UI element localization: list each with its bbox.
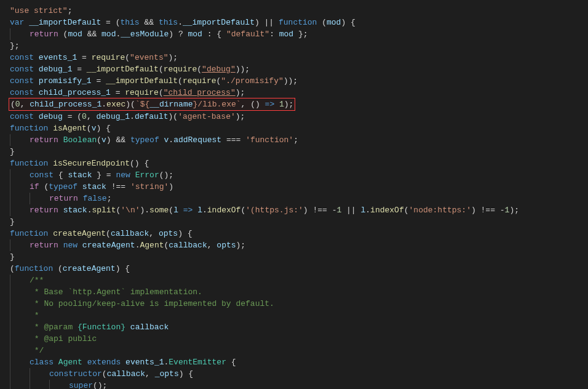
code-line[interactable]: const debug_1 = __importDefault(require(… bbox=[10, 63, 588, 75]
comment: * Base `http.Agent` implementation. bbox=[30, 287, 202, 297]
identifier: __importDefault bbox=[29, 18, 101, 27]
class-agent: Agent bbox=[58, 358, 82, 367]
code-line[interactable]: } bbox=[10, 251, 588, 263]
code-line[interactable]: const debug = (0, debug_1.default)('agen… bbox=[10, 111, 588, 122]
code-line[interactable]: return false; bbox=[10, 193, 588, 204]
keyword-const: const bbox=[10, 53, 34, 62]
code-line[interactable]: super(); bbox=[10, 380, 588, 389]
keyword-if: if bbox=[30, 182, 39, 191]
highlight-box: (0, child_process_1.exec)(`${__dirname}/… bbox=[9, 98, 295, 111]
code-line[interactable]: return stack.split('\n').some(l => l.ind… bbox=[10, 204, 588, 216]
keyword-function: function bbox=[279, 18, 317, 27]
code-line[interactable]: * Base `http.Agent` implementation. bbox=[10, 286, 588, 298]
property: __importDefault bbox=[183, 18, 255, 27]
code-line[interactable]: * @param {Function} callback bbox=[10, 321, 588, 333]
punct: ; bbox=[68, 6, 73, 15]
comment: * bbox=[30, 311, 39, 320]
code-line[interactable]: class Agent extends events_1.EventEmitte… bbox=[10, 356, 588, 368]
code-line[interactable]: }; bbox=[10, 40, 588, 52]
code-line[interactable]: const { stack } = new Error(); bbox=[10, 169, 588, 181]
comment: */ bbox=[30, 346, 44, 355]
comment: * No pooling/keep-alive is implemented b… bbox=[30, 299, 274, 308]
keyword-this: this bbox=[159, 18, 178, 27]
code-line[interactable]: (function (createAgent) { bbox=[10, 263, 588, 275]
type-boolean: Boolean bbox=[63, 135, 97, 145]
keyword-class: class bbox=[30, 358, 54, 367]
code-line[interactable]: /** bbox=[10, 275, 588, 286]
code-line[interactable]: * No pooling/keep-alive is implemented b… bbox=[10, 298, 588, 310]
code-line-highlighted[interactable]: (0, child_process_1.exec)(`${__dirname}/… bbox=[10, 98, 588, 111]
code-line[interactable]: return (mod && mod.__esModule) ? mod : {… bbox=[10, 28, 588, 40]
type-error: Error bbox=[135, 170, 159, 180]
code-line[interactable]: function isSecureEndpoint() { bbox=[10, 158, 588, 169]
comment: /** bbox=[30, 276, 44, 285]
code-line[interactable]: var __importDefault = (this && this.__im… bbox=[10, 17, 588, 28]
code-line[interactable]: } bbox=[10, 216, 588, 228]
keyword-var: var bbox=[10, 18, 24, 27]
code-line[interactable]: return new createAgent.Agent(callback, o… bbox=[10, 239, 588, 251]
code-line[interactable]: const child_process_1 = require("child_p… bbox=[10, 87, 588, 98]
comment: * @param bbox=[30, 323, 77, 332]
code-line[interactable]: "use strict"; bbox=[10, 5, 588, 17]
string-literal: "use strict" bbox=[10, 6, 68, 15]
parameter: mod bbox=[327, 18, 341, 27]
code-editor-viewport[interactable]: { "code": { "l1a": "\"use strict\"", "l1… bbox=[0, 0, 588, 389]
code-line[interactable]: if (typeof stack !== 'string') bbox=[10, 181, 588, 193]
keyword-this: this bbox=[120, 18, 139, 27]
function-createAgent: createAgent bbox=[53, 229, 106, 238]
keyword-super: super bbox=[69, 381, 93, 389]
function-isAgent: isAgent bbox=[53, 124, 87, 133]
code-line[interactable]: const promisify_1 = __importDefault(requ… bbox=[10, 75, 588, 87]
code-line[interactable]: function createAgent(callback, opts) { bbox=[10, 228, 588, 239]
code-line[interactable]: * bbox=[10, 310, 588, 321]
code-line[interactable]: return Boolean(v) && typeof v.addRequest… bbox=[10, 134, 588, 146]
function-isSecureEndpoint: isSecureEndpoint bbox=[53, 159, 130, 168]
code-line[interactable]: */ bbox=[10, 345, 588, 356]
keyword-constructor: constructor bbox=[49, 369, 102, 379]
code-line[interactable]: const events_1 = require("events"); bbox=[10, 52, 588, 63]
keyword-return: return bbox=[30, 30, 58, 39]
code-line[interactable]: * @api public bbox=[10, 333, 588, 345]
call-require: require bbox=[92, 53, 125, 62]
code-line[interactable]: constructor(callback, _opts) { bbox=[10, 368, 588, 380]
code-line[interactable]: function isAgent(v) { bbox=[10, 122, 588, 134]
code-line[interactable]: } bbox=[10, 146, 588, 158]
comment: * @api public bbox=[30, 334, 97, 343]
